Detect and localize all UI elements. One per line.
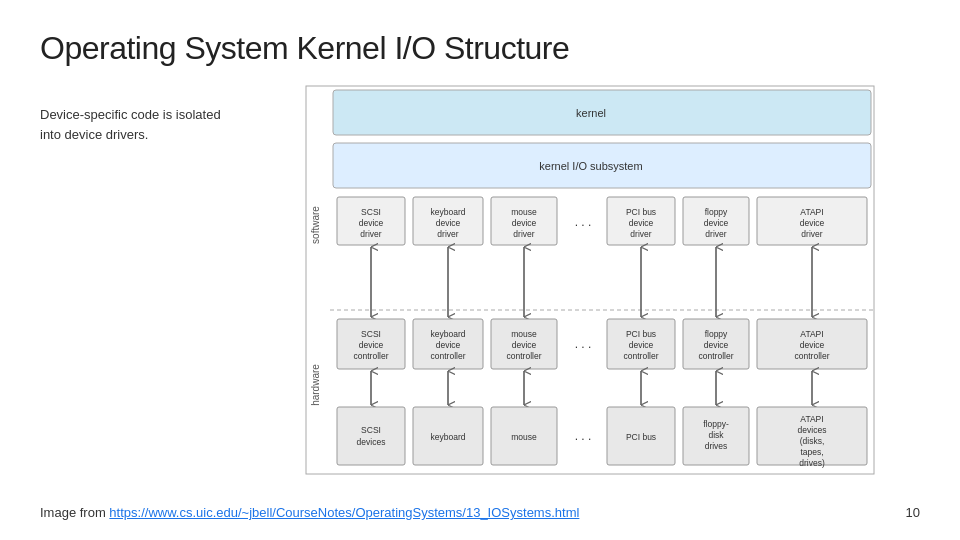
svg-text:hardware: hardware <box>310 364 321 406</box>
svg-text:PCI bus: PCI bus <box>626 329 656 339</box>
svg-text:keyboard: keyboard <box>431 432 466 442</box>
svg-text:driver: driver <box>705 229 726 239</box>
svg-text:. . .: . . . <box>575 337 592 351</box>
diagram-wrapper: software hardware kernel kernel I/O subs… <box>305 85 875 475</box>
svg-text:device: device <box>512 218 537 228</box>
svg-text:device: device <box>629 340 654 350</box>
svg-text:device: device <box>800 218 825 228</box>
svg-text:device: device <box>800 340 825 350</box>
svg-text:driver: driver <box>801 229 822 239</box>
svg-text:driver: driver <box>630 229 651 239</box>
svg-text:tapes,: tapes, <box>800 447 823 457</box>
svg-text:PCI bus: PCI bus <box>626 207 656 217</box>
svg-text:floppy: floppy <box>705 329 728 339</box>
svg-text:. . .: . . . <box>575 215 592 229</box>
svg-text:device: device <box>359 218 384 228</box>
svg-text:kernel: kernel <box>576 107 606 119</box>
svg-text:device: device <box>704 218 729 228</box>
svg-text:controller: controller <box>431 351 466 361</box>
svg-text:controller: controller <box>624 351 659 361</box>
footer-text: Image from https://www.cs.uic.edu/~jbell… <box>40 505 579 520</box>
content-area: Device-specific code is isolated into de… <box>40 85 920 497</box>
svg-text:. . .: . . . <box>575 429 592 443</box>
page-number: 10 <box>906 505 920 520</box>
svg-text:devices: devices <box>798 425 827 435</box>
svg-text:ATAPI: ATAPI <box>800 329 823 339</box>
svg-rect-82 <box>337 407 405 465</box>
svg-text:floppy-: floppy- <box>703 419 729 429</box>
svg-text:device: device <box>436 218 461 228</box>
svg-text:drives: drives <box>705 441 728 451</box>
svg-text:keyboard: keyboard <box>431 207 466 217</box>
io-structure-diagram: software hardware kernel kernel I/O subs… <box>305 85 875 475</box>
svg-text:device: device <box>704 340 729 350</box>
svg-text:controller: controller <box>354 351 389 361</box>
svg-text:PCI bus: PCI bus <box>626 432 656 442</box>
svg-text:driver: driver <box>513 229 534 239</box>
svg-text:device: device <box>436 340 461 350</box>
source-link[interactable]: https://www.cs.uic.edu/~jbell/CourseNote… <box>109 505 579 520</box>
svg-text:ATAPI: ATAPI <box>800 414 823 424</box>
left-description: Device-specific code is isolated into de… <box>40 85 240 497</box>
svg-text:SCSI: SCSI <box>361 425 381 435</box>
svg-text:device: device <box>359 340 384 350</box>
svg-text:mouse: mouse <box>511 432 537 442</box>
svg-text:controller: controller <box>699 351 734 361</box>
svg-text:mouse: mouse <box>511 329 537 339</box>
svg-text:device: device <box>512 340 537 350</box>
svg-text:floppy: floppy <box>705 207 728 217</box>
svg-text:controller: controller <box>795 351 830 361</box>
svg-text:disk: disk <box>708 430 724 440</box>
svg-text:device: device <box>629 218 654 228</box>
svg-text:(disks,: (disks, <box>800 436 825 446</box>
page-title: Operating System Kernel I/O Structure <box>40 30 920 67</box>
page: Operating System Kernel I/O Structure De… <box>0 0 960 540</box>
svg-text:SCSI: SCSI <box>361 207 381 217</box>
svg-text:ATAPI: ATAPI <box>800 207 823 217</box>
svg-text:kernel I/O subsystem: kernel I/O subsystem <box>539 160 642 172</box>
svg-text:devices: devices <box>357 437 386 447</box>
svg-text:drives): drives) <box>799 458 825 468</box>
svg-text:SCSI: SCSI <box>361 329 381 339</box>
image-from-label: Image from <box>40 505 109 520</box>
diagram-container: software hardware kernel kernel I/O subs… <box>260 85 920 497</box>
footer: Image from https://www.cs.uic.edu/~jbell… <box>40 505 920 520</box>
svg-text:mouse: mouse <box>511 207 537 217</box>
svg-text:software: software <box>310 206 321 244</box>
svg-text:driver: driver <box>360 229 381 239</box>
svg-text:keyboard: keyboard <box>431 329 466 339</box>
svg-text:driver: driver <box>437 229 458 239</box>
svg-text:controller: controller <box>507 351 542 361</box>
